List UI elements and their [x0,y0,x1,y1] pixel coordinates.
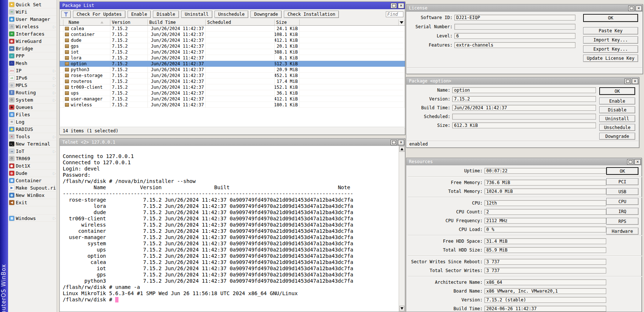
sidebar-item[interactable]: ⚙ TR069 ▶ [8,155,56,162]
close-button[interactable]: × [636,5,642,11]
field-input[interactable]: 31.4 MiB [484,238,606,244]
sidebar-item[interactable]: ↔ Bridge ▶ [8,45,56,52]
sidebar-item[interactable]: ◀ Exit ▶ [8,199,56,206]
field-input[interactable]: 1024.0 MiB [484,188,606,194]
column-header-size[interactable]: Size [275,19,300,25]
sidebar-item[interactable]: ■ Files ▶ [8,111,56,118]
ok-button[interactable]: OK [606,167,638,175]
package-row[interactable]: user-manager 7.15.2 Jun/26/2024 11:42:37… [60,96,405,102]
sidebar-item[interactable]: ● New WinBox ▶ [8,192,56,199]
sidebar-item[interactable]: ↕ Routing ▶ [8,89,56,96]
package-row[interactable]: option 7.15.2 Jun/26/2024 11:42:37 612.3… [60,61,405,67]
package-row[interactable]: calea 7.15.2 Jun/26/2024 11:42:37 24.1 K… [60,26,405,32]
pci-button[interactable]: PCI [606,178,638,185]
column-select-dropdown[interactable] [399,19,405,25]
field-input[interactable] [452,114,596,120]
sidebar-item[interactable]: ● Dot1X ▶ [8,162,56,170]
license-titlebar[interactable]: License × [406,4,643,12]
package-row[interactable]: ups 7.15.2 Jun/26/2024 11:42:37 36.1 KiB [60,90,405,96]
telnet-titlebar[interactable]: Telnet <2> 127.0.0.1 × [60,139,405,146]
maximize-button[interactable] [627,159,633,165]
maximize-button[interactable] [391,3,397,8]
find-input[interactable] [386,11,403,17]
ok-button[interactable]: OK [599,87,635,95]
column-header-build-time[interactable]: Build Time [148,19,206,25]
field-input[interactable]: 85.9 MiB [484,247,606,253]
package-row[interactable]: tr069-client 7.15.2 Jun/26/2024 11:42:37… [60,84,405,90]
package-row[interactable]: lora 7.15.2 Jun/26/2024 11:42:37 8.1 KiB [60,55,405,61]
sidebar-item[interactable]: ≡ Log ▶ [8,118,56,126]
field-input[interactable]: 7.15.2 (stable) [484,297,606,303]
column-header-scheduled[interactable]: Scheduled [206,19,275,25]
sidebar-item[interactable]: = PPP ▶ [8,52,56,60]
maximize-button[interactable] [391,140,397,145]
field-input[interactable]: 736.6 MiB [484,180,606,186]
hardware-button[interactable]: Hardware [606,228,638,235]
filter-button[interactable] [61,11,71,18]
terminal-scrollbar[interactable] [399,146,405,312]
scroll-down-button[interactable] [399,306,405,311]
package-row[interactable]: rose-storage 7.15.2 Jun/26/2024 11:42:37… [60,73,405,78]
enable-button[interactable]: Enable [599,98,635,104]
close-button[interactable]: × [398,140,404,145]
unschedule-button[interactable]: Unschedule [599,124,635,131]
sidebar-item[interactable]: ☁ IoT ▶ [8,148,56,155]
uninstall-button[interactable]: Uninstall [181,11,212,18]
package-row[interactable]: dude 7.15.2 Jun/26/2024 11:42:37 1412.1 … [60,37,405,43]
package-row[interactable]: gps 7.15.2 Jun/26/2024 11:42:37 20.1 KiB [60,43,405,49]
downgrade-button[interactable]: Downgrade [599,133,635,140]
field-input[interactable]: 12th [484,200,606,206]
uninstall-button[interactable]: Uninstall [599,115,635,122]
import-key-button[interactable]: Import Key... [583,36,638,44]
unschedule-button[interactable]: Unschedule [215,11,248,18]
sidebar-item[interactable]: ● RADIUS ▶ [8,126,56,133]
field-input[interactable]: 3 737 [484,259,606,265]
package-row[interactable]: wireless 7.15.2 Jun/26/2024 11:42:37 118… [60,102,405,108]
sidebar-item[interactable]: ● WireGuard ▶ [8,38,56,45]
package-row[interactable]: routeros 7.15.2 Jun/26/2024 11:42:37 17.… [60,78,405,84]
field-input[interactable]: 2 [484,209,606,215]
sidebar-item[interactable]: ⚙ System ▶ [8,96,56,104]
field-input[interactable]: 6 [454,33,575,39]
maximize-button[interactable] [625,78,631,84]
package-row[interactable]: container 7.15.2 Jun/26/2024 11:42:37 10… [60,32,405,37]
scroll-up-button[interactable] [399,146,405,152]
field-input[interactable]: Jun/26/2024 11:42:37 [452,105,596,111]
field-input[interactable]: 3 737 [484,268,606,274]
check-installation-button[interactable]: Check Installation [284,11,339,18]
field-input[interactable]: 00:07:22 [484,168,606,174]
sidebar-item[interactable]: × Tools ▶ [8,133,56,140]
rps-button[interactable]: RPS [606,218,638,225]
field-input[interactable]: extra-channels [454,42,575,48]
sidebar-item[interactable]: ≈ WiFi ▶ [8,8,56,16]
field-input[interactable]: x86 VMware, Inc. VMware20,1 [484,288,606,294]
enable-button[interactable]: Enable [128,11,151,18]
paste-key-button[interactable]: Paste Key [583,27,638,34]
close-button[interactable]: × [632,78,638,84]
terminal-area[interactable]: Connecting to 127.0.0.1 Connected to 127… [60,146,399,312]
maximize-button[interactable] [628,5,634,11]
field-input[interactable]: x86_64 [484,279,606,285]
check-for-updates-button[interactable]: Check For Updates [73,11,125,18]
field-input[interactable]: 2112 MHz [484,218,606,224]
disable-button[interactable]: Disable [599,106,635,113]
sidebar-item[interactable]: >_ New Terminal ▶ [8,140,56,148]
sidebar-item[interactable]: ∴ Mesh ▶ [8,60,56,67]
disable-button[interactable]: Disable [153,11,179,18]
export-key-button[interactable]: Export Key... [583,45,638,53]
sidebar-item[interactable]: ◆ Queues ▶ [8,104,56,111]
sidebar-item[interactable]: ● Dude ▶ [8,170,56,177]
field-input[interactable]: 612.3 KiB [452,122,596,128]
close-button[interactable]: × [634,159,641,165]
package-option-titlebar[interactable]: Package <option> × [406,77,639,85]
resources-titlebar[interactable]: Resources × [406,158,641,165]
ok-button[interactable]: OK [583,14,638,22]
package-list-titlebar[interactable]: Package List × [60,2,405,9]
field-input[interactable]: 7.15.2 [452,96,596,102]
sidebar-item[interactable]: v6 IPv6 ▶ [8,74,56,82]
package-row[interactable]: python3 7.15.2 Jun/26/2024 11:42:37 20.9… [60,67,405,73]
cpu-button[interactable]: CPU [606,198,638,205]
downgrade-button[interactable]: Downgrade [250,11,282,18]
sidebar-item[interactable]: ● MPLS ▶ [8,82,56,89]
sidebar-item[interactable]: ▶ Make Supout.rif ▶ [8,184,56,192]
